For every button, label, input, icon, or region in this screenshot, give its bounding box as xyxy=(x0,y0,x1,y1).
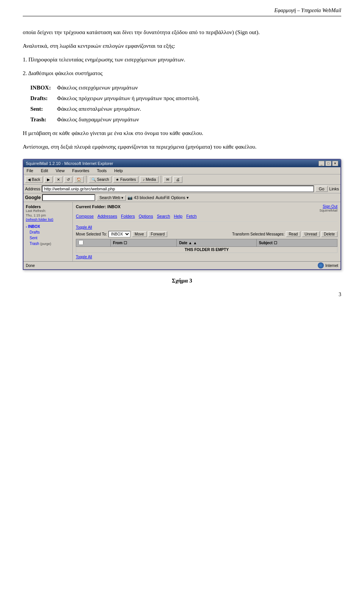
header-title: Εφαρμογή – Υπηρεσία WebMail xyxy=(274,8,341,13)
browser-title: SquirrelMail 1.2.10 - Microsoft Internet… xyxy=(26,161,113,166)
read-button[interactable]: Read xyxy=(286,231,300,237)
home-button[interactable]: 🏠 xyxy=(74,176,84,183)
forward-button-email[interactable]: Forward xyxy=(148,231,168,237)
print-button[interactable]: 🖨 xyxy=(173,176,182,183)
sidebar-folder-drafts: Drafts xyxy=(26,229,70,235)
figure-caption: Σχήμα 3 xyxy=(23,278,341,284)
nav-addresses[interactable]: Addresses xyxy=(97,214,117,218)
refresh-button[interactable]: ↺ xyxy=(64,176,72,183)
search-button[interactable]: 🔍 Search xyxy=(89,176,111,183)
favorites-button[interactable]: ★ Favorites xyxy=(113,176,138,183)
transform-label: Transform Selected Messages: xyxy=(232,232,284,236)
menu-view[interactable]: View xyxy=(54,168,66,173)
unread-button[interactable]: Unread xyxy=(302,231,320,237)
email-nav: Compose Addresses Folders Options Search… xyxy=(76,214,337,218)
toggle-all-top-row: Toggle All xyxy=(76,225,337,229)
trash-folder-link[interactable]: Trash xyxy=(26,242,39,246)
toggle-all-bottom[interactable]: Toggle All xyxy=(76,255,92,259)
drafts-folder-link[interactable]: Drafts xyxy=(26,230,40,234)
trash-purge-label: (purge) xyxy=(40,242,51,246)
minimize-button[interactable]: _ xyxy=(318,161,325,166)
sidebar: Folders Last Refresh: Thu, 1:15 pm (refr… xyxy=(24,202,73,261)
toggle-all-top[interactable]: Toggle All xyxy=(76,225,92,229)
email-main: Current Folder: INBOX Sign Out SquirrelM… xyxy=(73,202,340,261)
definition-row: INBOX:Φάκελος εισερχόμενων μηνυμάτων xyxy=(30,82,203,93)
menu-file[interactable]: File xyxy=(25,168,35,173)
menu-tools[interactable]: Tools xyxy=(96,168,108,173)
delete-button[interactable]: Delete xyxy=(321,231,337,237)
definition-row: Trash:Φάκελος διαγραμμένων μηνυμάτων xyxy=(30,114,203,125)
inbox-folder-link[interactable]: - INBOX xyxy=(26,224,40,229)
definition-row: Drafts:Φάκελος πρόχειρων μηνυμάτων ή μην… xyxy=(30,93,203,104)
col-date[interactable]: Date ▲ ▲ xyxy=(177,239,256,247)
email-table: From ☐ Date ▲ ▲ Subject ☐ THIS FOLDER IS… xyxy=(76,239,337,253)
nav-folders[interactable]: Folders xyxy=(121,214,135,218)
maximize-button[interactable]: □ xyxy=(325,161,331,166)
paragraph-4: 2. Διαθέσιμοι φάκελοι συστήματος xyxy=(23,69,341,78)
definition-desc: Φάκελος εισερχόμενων μηνυμάτων xyxy=(57,82,203,93)
toggle-all-bottom-row: Toggle All xyxy=(76,254,337,259)
nav-compose[interactable]: Compose xyxy=(76,214,94,218)
links-label: Links xyxy=(329,187,339,191)
stop-button[interactable]: ✕ xyxy=(54,176,63,183)
paragraph-5: Η μετάβαση σε κάθε φάκελο γίνεται με ένα… xyxy=(23,129,341,138)
sidebar-folders-title: Folders xyxy=(26,204,70,209)
email-header-row: Current Folder: INBOX Sign Out SquirrelM… xyxy=(76,204,337,212)
back-button[interactable]: ◀ Back xyxy=(25,176,43,183)
nav-search[interactable]: Search xyxy=(157,214,170,218)
move-row: Move Selected To: INBOX Move Forward Tra… xyxy=(76,231,337,237)
go-button[interactable]: Go xyxy=(315,186,328,192)
from-sort-icon: ☐ xyxy=(124,241,127,245)
menu-favorites[interactable]: Favorites xyxy=(71,168,91,173)
titlebar-buttons: _ □ ✕ xyxy=(318,161,338,166)
definition-desc: Φάκελος απεσταλμένων μηνυμάτων. xyxy=(57,104,203,114)
forward-button[interactable]: ▶ xyxy=(44,176,53,183)
sidebar-folder-inbox: - INBOX xyxy=(26,224,70,229)
select-all-checkbox[interactable] xyxy=(78,240,83,245)
col-subject: Subject ☐ xyxy=(256,239,337,247)
browser-menubar: File Edit View Favorites Tools Help xyxy=(24,167,340,174)
status-done: Done xyxy=(26,264,35,268)
google-bar: Google Search Web ▾ 📷 43 blocked AutoFil… xyxy=(24,193,340,202)
definition-desc: Φάκελος διαγραμμένων μηνυμάτων xyxy=(57,114,203,125)
sidebar-folder-sent: Sent xyxy=(26,235,70,241)
page-header: Εφαρμογή – Υπηρεσία WebMail xyxy=(23,8,341,16)
paragraph-2: Αναλυτικά, στη λωρίδα κεντρικών επιλογών… xyxy=(23,41,341,50)
address-bar: Address Go Links xyxy=(24,185,340,193)
browser-titlebar: SquirrelMail 1.2.10 - Microsoft Internet… xyxy=(24,160,340,167)
signout-link[interactable]: Sign Out xyxy=(323,204,337,209)
toolbar-sep1 xyxy=(86,176,86,183)
toolbar-sep2 xyxy=(161,176,161,183)
google-search-input[interactable] xyxy=(42,194,95,201)
nav-fetch[interactable]: Fetch xyxy=(186,214,197,218)
menu-help[interactable]: Help xyxy=(113,168,124,173)
definition-term: Trash: xyxy=(30,114,57,125)
col-from: From ☐ xyxy=(111,239,177,247)
sent-folder-link[interactable]: Sent xyxy=(26,236,38,240)
close-button[interactable]: ✕ xyxy=(332,161,338,166)
internet-icon xyxy=(318,262,324,268)
sidebar-refresh-link[interactable]: (refresh folder list) xyxy=(26,218,70,221)
address-input[interactable] xyxy=(42,185,314,192)
definition-desc: Φάκελος πρόχειρων μηνυμάτων ή μηνυμάτων … xyxy=(57,93,203,104)
nav-help[interactable]: Help xyxy=(174,214,183,218)
move-left: Move Selected To: INBOX Move Forward xyxy=(76,231,167,237)
internet-label: Internet xyxy=(325,264,338,268)
google-search-button[interactable]: Search Web ▾ xyxy=(97,195,126,201)
definition-term: Sent: xyxy=(30,104,57,114)
status-right: Internet xyxy=(318,262,338,268)
subject-sort-icon: ☐ xyxy=(274,241,277,245)
menu-edit[interactable]: Edit xyxy=(39,168,50,173)
move-button[interactable]: Move xyxy=(132,231,146,237)
browser-statusbar: Done Internet xyxy=(24,261,340,269)
current-folder-label: Current Folder: INBOX xyxy=(76,204,121,209)
mail-button[interactable]: ✉ xyxy=(163,176,172,183)
definitions-table: INBOX:Φάκελος εισερχόμενων μηνυμάτωνDraf… xyxy=(30,82,203,125)
browser-content: Folders Last Refresh: Thu, 1:15 pm (refr… xyxy=(24,202,340,261)
move-select[interactable]: INBOX xyxy=(108,231,130,237)
transform-right: Transform Selected Messages: Read Unread… xyxy=(232,231,337,237)
col-checkbox xyxy=(76,239,111,247)
nav-options[interactable]: Options xyxy=(139,214,153,218)
sidebar-last-refresh-label: Last Refresh: xyxy=(26,209,70,213)
media-button[interactable]: ♪ Media xyxy=(140,176,158,183)
